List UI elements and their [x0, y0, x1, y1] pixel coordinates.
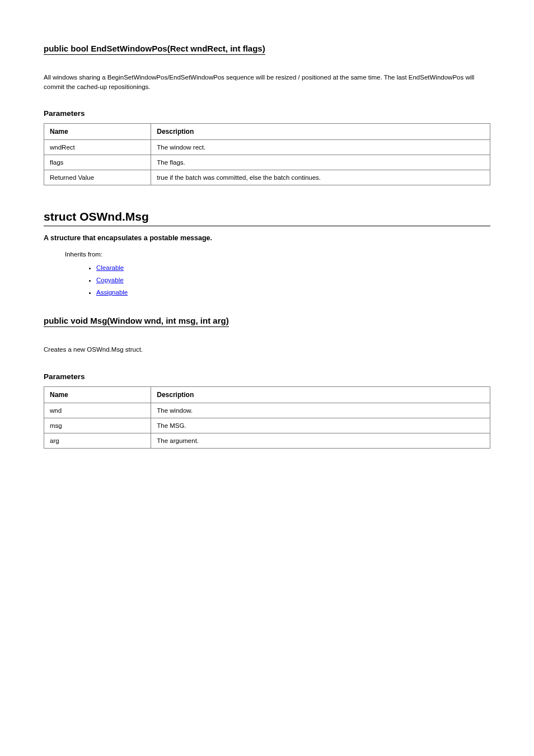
inherit-link[interactable]: Copyable: [96, 277, 124, 283]
inherit-link[interactable]: Clearable: [96, 264, 124, 271]
table-cell: The flags.: [151, 155, 490, 170]
list-item: Assignable: [96, 287, 490, 299]
table-row: Returned Valuetrue if the batch was comm…: [44, 170, 490, 185]
method-notes: Creates a new OSWnd.Msg struct.: [44, 345, 490, 354]
table-header-desc: Description: [151, 386, 490, 403]
table-cell: The argument.: [151, 433, 490, 448]
table-cell: The window.: [151, 403, 490, 418]
parameters-table: Name Description wndThe window.msgThe MS…: [44, 386, 490, 449]
table-header-name: Name: [44, 386, 151, 403]
table-cell: Returned Value: [44, 170, 151, 185]
method-signature: public void Msg(Window wnd, int msg, int…: [44, 316, 229, 327]
parameters-table: Name Description wndRectThe window rect.…: [44, 123, 490, 185]
table-cell: msg: [44, 418, 151, 433]
table-cell: wnd: [44, 403, 151, 418]
table-cell: wndRect: [44, 140, 151, 155]
inherit-link[interactable]: Assignable: [96, 289, 128, 296]
table-header-desc: Description: [151, 124, 490, 140]
list-item: Copyable: [96, 274, 490, 287]
struct-subtitle: A structure that encapsulates a postable…: [44, 234, 490, 242]
parameters-heading: Parameters: [44, 372, 490, 381]
method-notes: All windows sharing a BeginSetWindowPos/…: [44, 73, 490, 91]
table-cell: flags: [44, 155, 151, 170]
table-cell: The MSG.: [151, 418, 490, 433]
parameters-heading: Parameters: [44, 109, 490, 118]
table-row: flagsThe flags.: [44, 155, 490, 170]
table-cell: true if the batch was committed, else th…: [151, 170, 490, 185]
table-row: wndRectThe window rect.: [44, 140, 490, 155]
struct-title: struct OSWnd.Msg: [44, 210, 490, 226]
method-signature: public bool EndSetWindowPos(Rect wndRect…: [44, 44, 265, 55]
table-cell: arg: [44, 433, 151, 448]
table-row: wndThe window.: [44, 403, 490, 418]
table-row: msgThe MSG.: [44, 418, 490, 433]
inherits-label: Inherits from:: [65, 251, 490, 258]
table-header-name: Name: [44, 124, 151, 140]
table-cell: The window rect.: [151, 140, 490, 155]
table-row: argThe argument.: [44, 433, 490, 448]
list-item: Clearable: [96, 262, 490, 274]
